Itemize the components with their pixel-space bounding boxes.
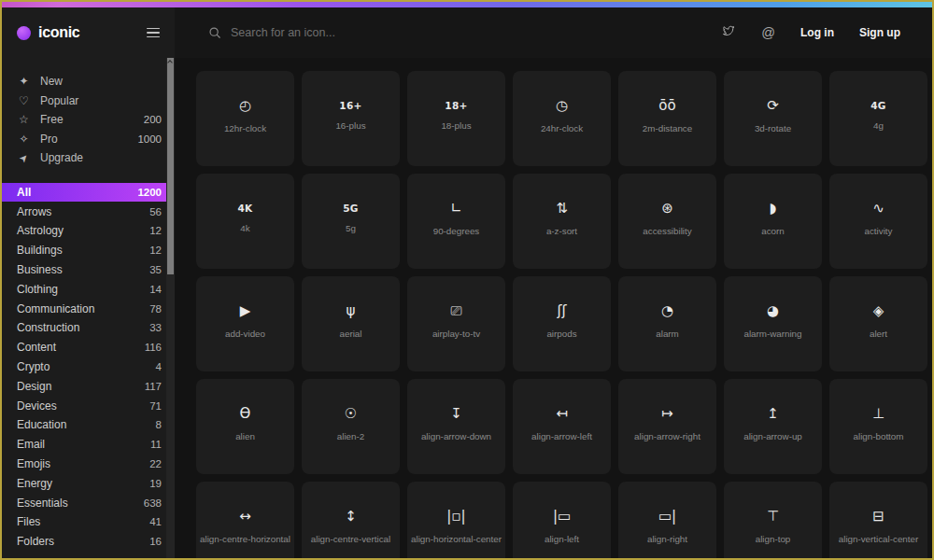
sidebar-item-upgrade[interactable]: ➤ Upgrade bbox=[2, 148, 175, 168]
icon-card-90-degrees[interactable]: ∟ 90-degrees bbox=[407, 174, 505, 269]
sparkle-icon: ✧ bbox=[17, 133, 31, 146]
icon-card-airpods[interactable]: ʃʃ airpods bbox=[513, 276, 611, 371]
icon-card-alarm-warning[interactable]: ◕ alarm-warning bbox=[724, 276, 822, 371]
icon-card-alien[interactable]: Ѳ alien bbox=[196, 379, 294, 474]
icon-card-add-video[interactable]: ▶ add-video bbox=[196, 276, 294, 371]
icon-card-label: 4g bbox=[873, 120, 884, 131]
icon-card-airplay-to-tv[interactable]: ⎚ airplay-to-tv bbox=[407, 276, 505, 371]
18-plus-icon: 18+ bbox=[445, 101, 467, 111]
signup-button[interactable]: Sign up bbox=[859, 26, 900, 39]
3d-rotate-icon: ⟳ bbox=[767, 99, 779, 113]
sidebar-item-popular[interactable]: ♡ Popular bbox=[2, 91, 175, 111]
sidebar-item-pro[interactable]: ✧ Pro 1000 bbox=[2, 130, 175, 149]
sidebar-item-energy[interactable]: Energy 19 bbox=[2, 473, 175, 493]
sidebar-item-folders[interactable]: Folders 16 bbox=[2, 532, 175, 552]
search-input[interactable]: Search for an icon... bbox=[208, 26, 335, 39]
icon-card-5g[interactable]: 5G 5g bbox=[302, 174, 400, 269]
sidebar-item-crypto[interactable]: Crypto 4 bbox=[2, 357, 175, 377]
sidebar-item-emojis[interactable]: Emojis 22 bbox=[2, 455, 175, 474]
icon-card-align-arrow-left[interactable]: ↤ align-arrow-left bbox=[513, 379, 611, 474]
sidebar-scrollbar[interactable] bbox=[166, 58, 175, 558]
icon-card-3d-rotate[interactable]: ⟳ 3d-rotate bbox=[724, 71, 822, 166]
icon-card-label: align-right bbox=[647, 534, 687, 544]
scroll-up-icon bbox=[167, 60, 173, 65]
align-horizontal-center-icon: |▫| bbox=[446, 510, 465, 524]
sidebar-item-devices[interactable]: Devices 71 bbox=[2, 396, 175, 415]
app-body: ✦ New ♡ Popular ☆ Free 200 ✧ Pro 1000 ➤ … bbox=[2, 58, 932, 558]
alien-icon: Ѳ bbox=[240, 407, 251, 421]
alarm-icon: ◔ bbox=[661, 304, 673, 318]
icon-card-label: align-arrow-down bbox=[421, 431, 491, 441]
icon-card-16-plus[interactable]: 16+ 16-plus bbox=[302, 71, 400, 166]
sidebar-item-communication[interactable]: Communication 78 bbox=[2, 299, 175, 318]
icon-card-activity[interactable]: ∿ activity bbox=[829, 174, 927, 269]
2m-distance-icon: ōō bbox=[658, 99, 675, 113]
icon-card-alarm[interactable]: ◔ alarm bbox=[618, 276, 716, 371]
icon-card-align-horizontal-center[interactable]: |▫| align-horizontal-center bbox=[407, 482, 505, 558]
icon-card-label: aerial bbox=[340, 329, 362, 339]
sidebar-item-all[interactable]: All 1200 bbox=[2, 183, 175, 203]
icon-card-label: 5g bbox=[346, 223, 356, 233]
sidebar-item-clothing[interactable]: Clothing 14 bbox=[2, 279, 175, 299]
icon-card-align-top[interactable]: ⊤ align-top bbox=[724, 482, 822, 558]
icon-card-align-left[interactable]: |▭ align-left bbox=[513, 482, 611, 558]
sidebar-item-files[interactable]: Files 41 bbox=[2, 512, 175, 532]
sidebar-item-construction[interactable]: Construction 33 bbox=[2, 318, 175, 338]
icon-card-24hr-clock[interactable]: ◷ 24hr-clock bbox=[513, 71, 611, 166]
header-actions: @ Log in Sign up bbox=[721, 24, 900, 41]
icon-card-aerial[interactable]: ψ aerial bbox=[302, 276, 400, 371]
aerial-icon: ψ bbox=[347, 304, 356, 318]
icon-card-align-arrow-down[interactable]: ↧ align-arrow-down bbox=[407, 379, 505, 474]
login-button[interactable]: Log in bbox=[800, 26, 834, 39]
align-left-icon: |▭ bbox=[553, 510, 571, 524]
icon-card-align-vertical-center[interactable]: ⊟ align-vertical-center bbox=[829, 482, 927, 558]
icon-card-a-z-sort[interactable]: ⇅ a-z-sort bbox=[513, 174, 611, 269]
icon-card-align-centre-horizontal[interactable]: ↔ align-centre-horizontal bbox=[196, 482, 294, 558]
twitter-icon[interactable] bbox=[721, 24, 736, 41]
icon-card-accessibility[interactable]: ⊛ accessibility bbox=[618, 174, 716, 269]
sidebar-item-content[interactable]: Content 116 bbox=[2, 338, 175, 357]
sidebar-item-astrology[interactable]: Astrology 12 bbox=[2, 221, 175, 241]
sidebar-item-education[interactable]: Education 8 bbox=[2, 415, 175, 435]
icon-card-4g[interactable]: 4G 4g bbox=[829, 71, 927, 166]
sidebar-item-new[interactable]: ✦ New bbox=[2, 72, 175, 91]
align-centre-horizontal-icon: ↔ bbox=[239, 510, 251, 524]
icon-card-align-right[interactable]: ▭| align-right bbox=[618, 482, 716, 558]
a-z-sort-icon: ⇅ bbox=[556, 202, 568, 216]
icon-card-alien-2[interactable]: ☉ alien-2 bbox=[302, 379, 400, 474]
align-vertical-center-icon: ⊟ bbox=[872, 510, 884, 524]
sidebar-item-design[interactable]: Design 117 bbox=[2, 376, 175, 396]
24hr-clock-icon: ◷ bbox=[556, 99, 568, 113]
at-icon[interactable]: @ bbox=[761, 25, 775, 40]
main-header: Search for an icon... @ Log in Sign up bbox=[175, 7, 932, 58]
icon-card-label: alarm-warning bbox=[743, 329, 801, 339]
icon-card-alert[interactable]: ◈ alert bbox=[829, 276, 927, 371]
menu-icon[interactable] bbox=[147, 28, 160, 38]
icon-card-align-bottom[interactable]: ⊥ align-bottom bbox=[829, 379, 927, 474]
sidebar-item-email[interactable]: Email 11 bbox=[2, 435, 175, 455]
icon-card-label: align-centre-horizontal bbox=[200, 534, 290, 544]
icon-card-align-arrow-up[interactable]: ↥ align-arrow-up bbox=[724, 379, 822, 474]
icon-card-align-arrow-right[interactable]: ↦ align-arrow-right bbox=[618, 379, 716, 474]
accessibility-icon: ⊛ bbox=[661, 202, 673, 216]
icon-card-12hr-clock[interactable]: ◴ 12hr-clock bbox=[196, 71, 294, 166]
sidebar-item-essentials[interactable]: Essentials 638 bbox=[2, 493, 175, 512]
icon-card-acorn[interactable]: ◗ acorn bbox=[724, 174, 822, 269]
sidebar-item-business[interactable]: Business 35 bbox=[2, 260, 175, 280]
icon-card-label: align-horizontal-center bbox=[411, 534, 502, 544]
scrollbar-thumb[interactable] bbox=[167, 58, 174, 274]
sidebar-item-free[interactable]: ☆ Free 200 bbox=[2, 110, 175, 130]
icon-card-label: align-top bbox=[756, 534, 791, 544]
90-degrees-icon: ∟ bbox=[450, 202, 462, 216]
sidebar-item-buildings[interactable]: Buildings 12 bbox=[2, 241, 175, 260]
12hr-clock-icon: ◴ bbox=[239, 99, 251, 113]
icon-card-2m-distance[interactable]: ōō 2m-distance bbox=[618, 71, 716, 166]
sidebar-item-arrows[interactable]: Arrows 56 bbox=[2, 202, 175, 221]
icon-card-4k[interactable]: 4K 4k bbox=[196, 174, 294, 269]
icon-card-label: alien bbox=[235, 431, 255, 441]
icon-card-label: alien-2 bbox=[337, 431, 364, 441]
icon-card-align-centre-vertical[interactable]: ↕ align-centre-vertical bbox=[302, 482, 400, 558]
align-arrow-left-icon: ↤ bbox=[556, 407, 568, 421]
icon-card-label: airplay-to-tv bbox=[432, 329, 480, 339]
icon-card-18-plus[interactable]: 18+ 18-plus bbox=[407, 71, 505, 166]
